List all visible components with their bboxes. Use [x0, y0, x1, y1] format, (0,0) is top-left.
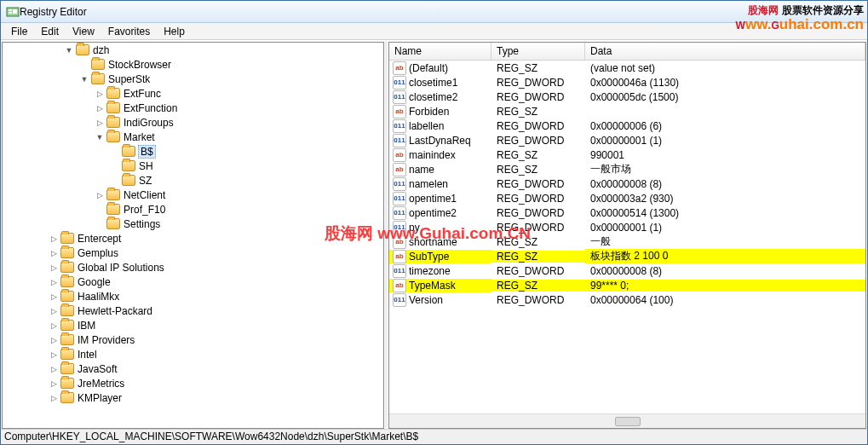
- value-row[interactable]: 011labellenREG_DWORD0x00000006 (6): [389, 118, 865, 133]
- chevron-right-icon[interactable]: ▷: [95, 118, 105, 128]
- chevron-right-icon[interactable]: ▷: [49, 292, 59, 302]
- tree-item[interactable]: ▷IM Providers: [3, 332, 383, 347]
- tree-item[interactable]: Prof_F10: [3, 202, 383, 217]
- menu-favorites[interactable]: Favorites: [101, 24, 157, 39]
- menu-help[interactable]: Help: [157, 24, 192, 39]
- value-type: REG_DWORD: [491, 77, 585, 89]
- tree-item[interactable]: ▷ExtFunc: [3, 86, 383, 101]
- menu-file[interactable]: File: [4, 24, 34, 39]
- value-row[interactable]: 011opentime2REG_DWORD0x00000514 (1300): [389, 205, 865, 220]
- tree-pane[interactable]: ▼dzhStockBrowser▼SuperStk▷ExtFunc▷ExtFun…: [2, 42, 384, 429]
- value-data: 一般: [585, 234, 865, 249]
- tree-item[interactable]: Settings: [3, 217, 383, 231]
- value-row[interactable]: 011VersionREG_DWORD0x00000064 (100): [389, 292, 865, 307]
- splitter[interactable]: [385, 41, 388, 428]
- chevron-right-icon[interactable]: ▷: [49, 306, 59, 316]
- tree-label: StockBrowser: [108, 59, 171, 71]
- tree-item[interactable]: ▷ExtFunction: [3, 101, 383, 115]
- tree-item[interactable]: ▷JavaSoft: [3, 361, 383, 376]
- chevron-right-icon[interactable]: ▷: [49, 364, 59, 374]
- chevron-right-icon[interactable]: ▷: [49, 277, 59, 287]
- chevron-right-icon[interactable]: ▷: [49, 321, 59, 331]
- chevron-right-icon[interactable]: ▷: [49, 335, 59, 345]
- list-header: Name Type Data: [389, 43, 865, 61]
- value-row[interactable]: abTypeMaskREG_SZ99**** 0;: [389, 278, 865, 292]
- scroll-thumb[interactable]: [615, 417, 641, 426]
- chevron-down-icon[interactable]: ▼: [79, 74, 89, 84]
- menu-view[interactable]: View: [66, 24, 101, 39]
- chevron-right-icon[interactable]: ▷: [49, 350, 59, 360]
- value-name: closetime1: [409, 77, 457, 89]
- value-row[interactable]: 011LastDynaReqREG_DWORD0x00000001 (1): [389, 133, 865, 147]
- value-row[interactable]: abSubTypeREG_SZ板块指数 2 100 0: [389, 249, 865, 263]
- tree-item[interactable]: ▷Entercept: [3, 231, 383, 246]
- tree-item[interactable]: ▷IBM: [3, 318, 383, 332]
- value-data: 0x000003a2 (930): [585, 193, 865, 205]
- twist-none: [110, 161, 120, 171]
- tree-item[interactable]: ▼SuperStk: [3, 72, 383, 86]
- tree-item[interactable]: SH: [3, 159, 383, 173]
- folder-icon: [60, 291, 74, 302]
- folder-icon: [60, 363, 74, 374]
- menu-edit[interactable]: Edit: [34, 24, 66, 39]
- value-row[interactable]: abshortnameREG_SZ一般: [389, 234, 865, 249]
- chevron-right-icon[interactable]: ▷: [95, 190, 105, 200]
- value-type: REG_DWORD: [491, 193, 585, 205]
- col-type[interactable]: Type: [491, 43, 585, 60]
- string-value-icon: ab: [393, 235, 406, 249]
- tree-item[interactable]: ▷NetClient: [3, 188, 383, 202]
- value-data: 0x00000001 (1): [585, 135, 865, 147]
- tree-item[interactable]: ▷Hewlett-Packard: [3, 303, 383, 318]
- tree-item[interactable]: ▷IndiGroups: [3, 115, 383, 130]
- tree-item[interactable]: ▷Google: [3, 275, 383, 289]
- value-type: REG_DWORD: [491, 207, 585, 219]
- value-name: Forbiden: [409, 106, 449, 118]
- value-row[interactable]: abForbidenREG_SZ: [389, 104, 865, 118]
- dword-value-icon: 011: [393, 76, 406, 90]
- value-row[interactable]: 011opentime1REG_DWORD0x000003a2 (930): [389, 191, 865, 205]
- tree-item[interactable]: B$: [3, 144, 383, 159]
- tree-label: NetClient: [124, 189, 165, 201]
- tree-label: JreMetrics: [78, 378, 124, 390]
- value-type: REG_DWORD: [491, 265, 585, 277]
- status-bar: Computer\HKEY_LOCAL_MACHINE\SOFTWARE\Wow…: [1, 429, 867, 444]
- tree-item[interactable]: ▷KMPlayer: [3, 390, 383, 405]
- tree-item[interactable]: ▷JreMetrics: [3, 376, 383, 390]
- chevron-right-icon[interactable]: ▷: [49, 393, 59, 403]
- chevron-right-icon[interactable]: ▷: [49, 263, 59, 273]
- value-row[interactable]: 011pyREG_DWORD0x00000001 (1): [389, 220, 865, 234]
- chevron-right-icon[interactable]: ▷: [95, 103, 105, 113]
- value-row[interactable]: 011closetime1REG_DWORD0x0000046a (1130): [389, 75, 865, 90]
- tree-item[interactable]: ▼Market: [3, 130, 383, 144]
- h-scrollbar[interactable]: [389, 413, 865, 428]
- tree-item[interactable]: ▼dzh: [3, 43, 383, 57]
- chevron-down-icon[interactable]: ▼: [64, 45, 74, 55]
- value-row[interactable]: ab(Default)REG_SZ(value not set): [389, 61, 865, 75]
- tree-item[interactable]: StockBrowser: [3, 57, 383, 72]
- tree-item[interactable]: ▷Intel: [3, 347, 383, 361]
- dword-value-icon: 011: [393, 192, 406, 205]
- value-row[interactable]: abnameREG_SZ一般市场: [389, 162, 865, 176]
- chevron-right-icon[interactable]: ▷: [49, 234, 59, 244]
- value-row[interactable]: 011timezoneREG_DWORD0x00000008 (8): [389, 263, 865, 278]
- tree-item[interactable]: ▷HaaliMkx: [3, 289, 383, 303]
- value-name: name: [409, 164, 434, 176]
- tree-label: IM Providers: [78, 334, 135, 346]
- string-value-icon: ab: [393, 148, 406, 162]
- folder-icon: [60, 378, 74, 389]
- col-data[interactable]: Data: [585, 43, 865, 60]
- tree-item[interactable]: ▷Gemplus: [3, 246, 383, 260]
- chevron-right-icon[interactable]: ▷: [49, 379, 59, 389]
- chevron-right-icon[interactable]: ▷: [95, 89, 105, 99]
- value-name: SubType: [409, 251, 449, 263]
- chevron-right-icon[interactable]: ▷: [49, 248, 59, 258]
- col-name[interactable]: Name: [389, 43, 491, 60]
- tree-label: Intel: [78, 349, 97, 361]
- tree-item[interactable]: SZ: [3, 173, 383, 188]
- value-row[interactable]: 011namelenREG_DWORD0x00000008 (8): [389, 176, 865, 191]
- value-row[interactable]: 011closetime2REG_DWORD0x000005dc (1500): [389, 90, 865, 104]
- tree-item[interactable]: ▷Global IP Solutions: [3, 260, 383, 275]
- value-row[interactable]: abmainindexREG_SZ990001: [389, 147, 865, 162]
- list-pane[interactable]: Name Type Data ab(Default)REG_SZ(value n…: [388, 42, 866, 429]
- chevron-down-icon[interactable]: ▼: [95, 132, 105, 142]
